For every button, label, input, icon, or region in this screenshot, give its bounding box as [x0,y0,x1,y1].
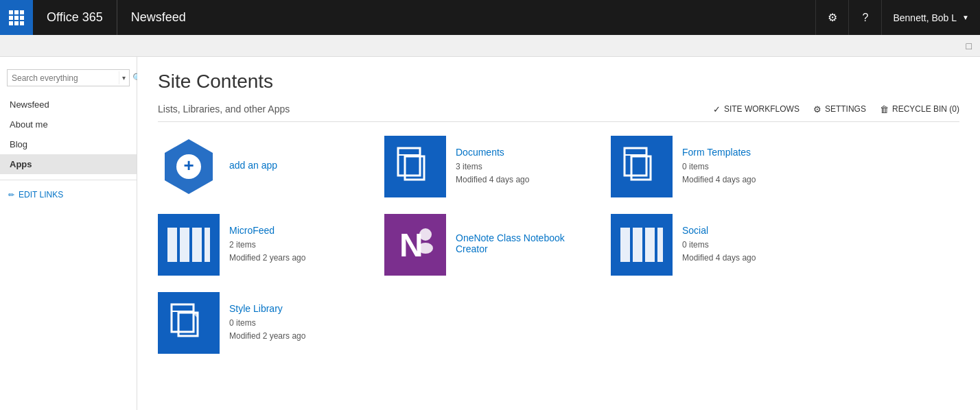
settings-gear-icon: ⚙ [813,104,821,114]
style-library-info: Style Library 0 items Modified 2 years a… [229,303,364,343]
svg-rect-23 [645,228,655,262]
sub-nav: □ [0,35,980,57]
sidebar-nav: Newsfeed About me Blog Apps [0,95,137,174]
fullscreen-icon[interactable]: □ [966,40,972,51]
sidebar-divider [0,180,137,180]
documents-meta: 3 items Modified 4 days ago [456,160,590,186]
social-icon [611,214,673,276]
svg-rect-21 [620,228,630,262]
add-app-name: add an app [229,160,364,171]
apps-grid: + add an app [158,136,959,354]
documents-icon [384,136,446,197]
onenote-name: OneNote Class Notebook Creator [456,232,590,254]
svg-rect-25 [158,292,220,354]
social-info: Social 0 items Modified 4 days ago [682,225,817,265]
main-layout: ▾ 🔍 Newsfeed About me Blog Apps ✏ EDIT L… [0,57,980,410]
recycle-bin-icon: 🗑 [880,104,889,114]
microfeed-info: MicroFeed 2 items Modified 2 years ago [229,225,364,265]
help-button[interactable]: ? [848,0,881,35]
form-templates-name: Form Templates [682,147,817,158]
settings-button[interactable]: ⚙ [815,0,848,35]
add-app-icon: + [158,136,220,197]
svg-rect-7 [611,136,673,197]
sidebar-item-apps[interactable]: Apps [0,154,137,174]
style-library-meta: 0 items Modified 2 years ago [229,317,364,343]
onenote-info: OneNote Class Notebook Creator [456,232,590,257]
section-header: Lists, Libraries, and other Apps ✓ SITE … [158,104,959,122]
social-tile[interactable]: Social 0 items Modified 4 days ago [611,214,817,276]
app-title[interactable]: Office 365 [33,0,117,35]
add-app-info: add an app [229,160,364,173]
sidebar-item-about-me[interactable]: About me [0,114,137,134]
microfeed-icon [158,214,220,276]
svg-text:+: + [183,155,194,176]
documents-info: Documents 3 items Modified 4 days ago [456,147,590,186]
svg-point-18 [419,228,432,241]
social-meta: 0 items Modified 4 days ago [682,239,817,265]
social-name: Social [682,225,817,236]
sidebar-item-blog[interactable]: Blog [0,134,137,154]
svg-rect-12 [167,228,177,262]
form-templates-icon [611,136,673,197]
nav-section: Newsfeed [117,10,200,25]
user-menu[interactable]: Bennett, Bob L ▼ [881,0,980,35]
documents-name: Documents [456,147,590,158]
page-title: Site Contents [158,71,959,93]
form-templates-info: Form Templates 0 items Modified 4 days a… [682,147,817,186]
settings-link-button[interactable]: ⚙ SETTINGS [813,104,866,114]
edit-links-button[interactable]: ✏ EDIT LINKS [0,186,137,204]
style-library-tile[interactable]: Style Library 0 items Modified 2 years a… [158,292,364,354]
top-nav: Office 365 Newsfeed ⚙ ? Bennett, Bob L ▼ [0,0,980,35]
section-label: Lists, Libraries, and other Apps [158,104,290,114]
onenote-tile[interactable]: N OneNote Class Notebook Creator [384,214,590,276]
svg-rect-14 [192,228,202,262]
user-chevron-icon: ▼ [962,14,969,21]
user-name: Bennett, Bob L [893,12,957,23]
svg-rect-22 [633,228,642,262]
style-library-name: Style Library [229,303,364,314]
add-app-tile[interactable]: + add an app [158,136,364,197]
nav-right: ⚙ ? Bennett, Bob L ▼ [815,0,980,35]
waffle-button[interactable] [0,0,33,35]
waffle-icon [9,10,24,25]
form-templates-tile[interactable]: Form Templates 0 items Modified 4 days a… [611,136,817,197]
svg-rect-15 [205,228,210,262]
search-dropdown-icon[interactable]: ▾ [119,71,128,84]
sidebar: ▾ 🔍 Newsfeed About me Blog Apps ✏ EDIT L… [0,57,137,410]
svg-rect-13 [180,228,189,262]
documents-tile[interactable]: Documents 3 items Modified 4 days ago [384,136,590,197]
recycle-bin-button[interactable]: 🗑 RECYCLE BIN (0) [880,104,959,114]
microfeed-meta: 2 items Modified 2 years ago [229,239,364,265]
style-library-icon [158,292,220,354]
sidebar-item-newsfeed[interactable]: Newsfeed [0,95,137,114]
onenote-icon: N [384,214,446,276]
main-content: Site Contents Lists, Libraries, and othe… [137,57,980,410]
search-input[interactable] [8,71,119,86]
search-bar[interactable]: ▾ 🔍 [7,69,130,86]
pencil-icon: ✏ [8,191,14,200]
form-templates-meta: 0 items Modified 4 days ago [682,160,817,186]
section-actions: ✓ SITE WORKFLOWS ⚙ SETTINGS 🗑 RECYCLE BI… [713,104,959,114]
microfeed-name: MicroFeed [229,225,364,236]
svg-point-19 [418,243,433,254]
svg-rect-3 [384,136,446,197]
svg-rect-24 [657,228,663,262]
workflows-icon: ✓ [713,104,721,114]
microfeed-tile[interactable]: MicroFeed 2 items Modified 2 years ago [158,214,364,276]
site-workflows-button[interactable]: ✓ SITE WORKFLOWS [713,104,800,114]
